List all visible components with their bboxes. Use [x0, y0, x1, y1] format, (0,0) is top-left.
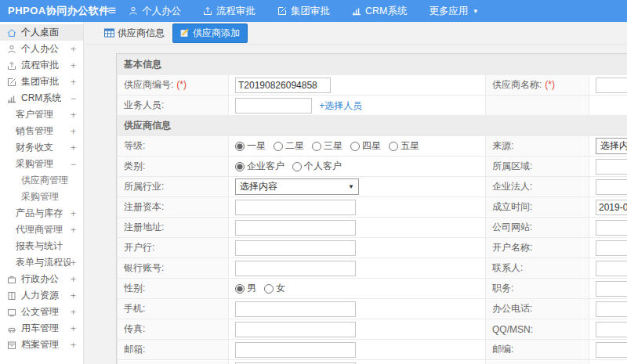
established-date-label: 成立时间: — [486, 197, 589, 218]
level-radio-2star[interactable]: 二星 — [274, 139, 304, 153]
sidebar-item-finance-io[interactable]: 财务收支 + — [0, 139, 83, 156]
expand-plus-icon[interactable]: + — [71, 44, 76, 55]
sidebar-item-product-inventory[interactable]: 产品与库存 + — [0, 205, 83, 222]
email-input[interactable] — [235, 342, 356, 358]
company-website-input[interactable] — [596, 220, 627, 236]
gender-radio-group: 男 女 — [235, 282, 479, 295]
upload-icon — [7, 61, 16, 70]
registered-address-label: 注册地址: — [118, 218, 229, 238]
office-phone-input[interactable] — [596, 301, 627, 317]
sidebar-item-sales-mgmt[interactable]: 销售管理 + — [0, 123, 83, 139]
sidebar-item-human-resources[interactable]: 人力资源 + — [0, 287, 83, 304]
sidebar-item-document-mgmt[interactable]: 公文管理 + — [0, 304, 83, 320]
collapse-minus-icon[interactable]: − — [71, 93, 76, 104]
bank-account-input[interactable] — [235, 261, 356, 276]
tab-supplier-info[interactable]: 供应商信息 — [104, 27, 165, 40]
sidebar-item-agent-mgmt[interactable]: 代理商管理 + — [0, 222, 83, 238]
document-icon — [7, 308, 16, 317]
category-radio-group: 企业客户 个人客户 — [235, 160, 479, 173]
expand-plus-icon[interactable]: + — [71, 340, 76, 351]
sidebar-item-reports-stats[interactable]: 报表与统计 — [0, 238, 83, 254]
zip-code-input[interactable] — [596, 342, 627, 358]
staff-input[interactable] — [235, 98, 312, 114]
expand-plus-icon[interactable]: + — [71, 307, 76, 318]
sidebar-item-personal-office[interactable]: 个人办公 + — [0, 41, 83, 57]
supplier-add-form: 基本信息 供应商编号:(*) 供应商名称:(*) 业务人员: +选择人员 — [116, 53, 627, 364]
expand-plus-icon[interactable]: + — [71, 225, 76, 236]
category-radio-enterprise[interactable]: 企业客户 — [235, 160, 285, 173]
expand-plus-icon[interactable]: + — [71, 77, 76, 88]
gender-radio-male[interactable]: 男 — [235, 282, 256, 295]
empty-field-cell — [589, 360, 627, 364]
tab-supplier-add[interactable]: 供应商添加 — [172, 23, 248, 43]
form-row: 供应商编号:(*) 供应商名称:(*) — [118, 75, 627, 96]
region-input[interactable] — [596, 159, 627, 175]
level-radio-1star[interactable]: 一星 — [235, 139, 266, 153]
industry-select[interactable]: 选择内容 ▼ — [235, 178, 359, 195]
form-row: 邮箱: 邮编: — [118, 340, 627, 360]
mobile-input[interactable] — [235, 301, 356, 317]
sidebar-item-supplier-mgmt[interactable]: 供应商管理 — [0, 172, 83, 189]
level-radio-4star[interactable]: 四星 — [350, 139, 381, 153]
level-radio-3star[interactable]: 三星 — [312, 139, 342, 153]
topmenu-label: CRM系统 — [365, 5, 407, 18]
expand-plus-icon[interactable]: + — [71, 274, 76, 285]
supplier-name-label: 供应商名称:(*) — [486, 75, 589, 96]
bank-account-label: 银行账号: — [118, 258, 229, 279]
topmenu-personal-office[interactable]: 个人办公 — [129, 5, 181, 18]
sidebar-item-customer-mgmt[interactable]: 客户管理 + — [0, 106, 83, 123]
topmenu-label: 流程审批 — [216, 5, 256, 18]
account-name-input[interactable] — [596, 240, 627, 256]
bank-input[interactable] — [235, 240, 356, 256]
expand-plus-icon[interactable]: + — [71, 323, 76, 334]
registered-capital-input[interactable] — [235, 200, 356, 215]
level-radio-5star[interactable]: 五星 — [389, 139, 419, 153]
hamburger-menu-icon[interactable]: ≡ — [108, 0, 116, 22]
expand-plus-icon[interactable]: + — [71, 126, 76, 137]
sidebar-item-crm-system[interactable]: CRM系统 − — [0, 90, 83, 106]
sidebar: 个人桌面 个人办公 + 流程审批 + 集团审批 + CRM系统 − 客户管理 +… — [0, 22, 84, 364]
expand-plus-icon[interactable]: + — [71, 142, 76, 153]
sidebar-item-form-workflow-settings[interactable]: 表单与流程设置 + — [0, 254, 83, 271]
bank-label: 开户行: — [118, 238, 229, 258]
legal-person-input[interactable] — [596, 179, 627, 195]
sidebar-item-purchase-mgmt[interactable]: 采购管理 − — [0, 156, 83, 172]
registered-address-input[interactable] — [235, 220, 356, 236]
topmenu-workflow-approval[interactable]: 流程审批 — [203, 5, 256, 18]
topmenu-crm-system[interactable]: CRM系统 — [352, 5, 407, 18]
gender-radio-female[interactable]: 女 — [264, 282, 285, 295]
category-radio-personal[interactable]: 个人客户 — [292, 160, 342, 173]
source-select[interactable]: 选择内容 ▼ — [596, 138, 627, 154]
sidebar-item-vehicle-mgmt[interactable]: 用车管理 + — [0, 320, 83, 337]
qq-msn-input[interactable] — [596, 322, 627, 337]
user-icon — [129, 6, 138, 16]
sidebar-item-workflow-approval[interactable]: 流程审批 + — [0, 57, 83, 74]
supplier-name-input[interactable] — [596, 77, 627, 93]
expand-plus-icon[interactable]: + — [71, 290, 76, 301]
table-icon — [104, 28, 114, 38]
sidebar-item-purchasing[interactable]: 采购管理 — [0, 189, 83, 205]
established-date-input[interactable] — [596, 200, 627, 215]
sidebar-item-archive-mgmt[interactable]: 档案管理 + — [0, 337, 83, 353]
collapse-minus-icon[interactable]: − — [71, 159, 76, 170]
mobile-label: 手机: — [118, 299, 229, 319]
choose-staff-link[interactable]: +选择人员 — [319, 100, 362, 111]
form-row: 开户行: 开户名称: — [118, 238, 627, 258]
supplier-code-input[interactable] — [235, 77, 331, 93]
expand-plus-icon[interactable]: + — [71, 258, 76, 268]
expand-plus-icon[interactable]: + — [71, 110, 76, 121]
sidebar-item-admin-office[interactable]: 行政办公 + — [0, 271, 83, 287]
topmenu-group-approval[interactable]: 集团审批 — [277, 5, 330, 18]
expand-plus-icon[interactable]: + — [71, 208, 76, 219]
sidebar-item-group-approval[interactable]: 集团审批 + — [0, 74, 83, 90]
topmenu-label: 集团审批 — [291, 5, 330, 18]
main-content: 供应商信息 供应商添加 基本信息 供应商编号:(*) 供应商名称:(*) 业务人… — [85, 22, 627, 364]
form-row: 类别: 企业客户 个人客户 所属区域: — [118, 157, 627, 177]
contact-person-input[interactable] — [596, 261, 627, 276]
expand-plus-icon[interactable]: + — [71, 60, 76, 71]
topmenu-more-apps[interactable]: 更多应用 ▾ — [429, 5, 477, 18]
position-input[interactable] — [596, 281, 627, 297]
sidebar-item-personal-desktop[interactable]: 个人桌面 — [0, 24, 83, 41]
fax-input[interactable] — [235, 322, 356, 337]
form-row: 手机: 办公电话: — [118, 299, 627, 319]
